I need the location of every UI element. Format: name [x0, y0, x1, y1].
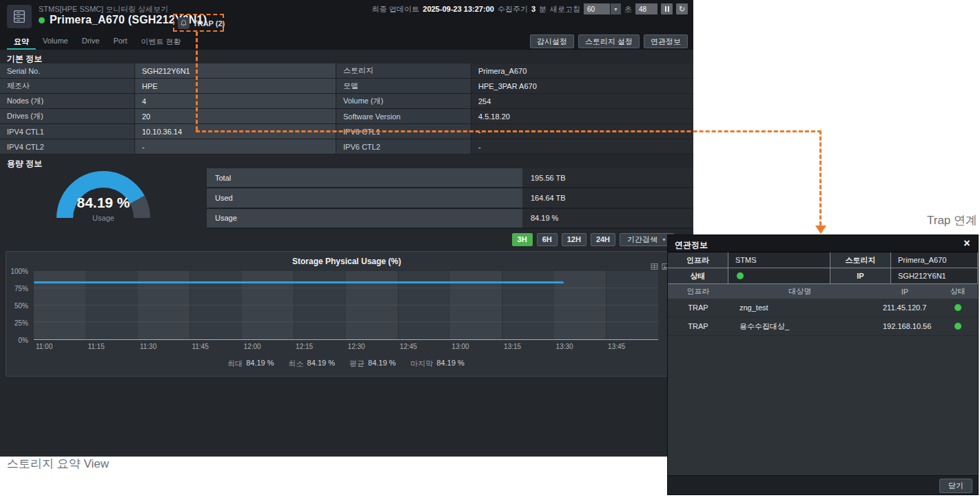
- row-infra: TRAP: [668, 299, 728, 317]
- last-update-value: 2025-09-23 13:27:00: [423, 5, 494, 13]
- table-view-icon[interactable]: [651, 263, 658, 270]
- row-status: [938, 317, 978, 335]
- refresh-interval-select[interactable]: 60 ▼: [584, 3, 621, 14]
- storage-app-icon: [7, 5, 32, 28]
- close-icon[interactable]: ×: [960, 237, 974, 250]
- refresh-interval-value[interactable]: 60: [584, 3, 610, 14]
- popup-infra-value: STMS: [728, 252, 830, 268]
- stat-last: 마지막84.19 %: [410, 359, 464, 369]
- row-target: 용수수집대상_: [728, 317, 872, 335]
- monitor-settings-button[interactable]: 감시설정: [530, 34, 574, 48]
- trap-highlight-rect: [173, 14, 224, 32]
- basic-info-label: Drives (개): [0, 109, 135, 124]
- col-header-infra: 인프라: [668, 284, 728, 299]
- storage-detail-window: STMS[HPE SSMC] 모니터링 상세보기 Primera_A670 (S…: [0, 0, 693, 457]
- refresh-button[interactable]: ↻: [676, 3, 688, 14]
- basic-info-label: Software Version: [336, 109, 471, 124]
- stat-min: 최소84.19 %: [289, 359, 335, 369]
- basic-info-label: Serial No.: [0, 63, 135, 79]
- popup-ip-value: SGH212Y6N1: [891, 268, 978, 284]
- x-tick-label: 13:45: [608, 343, 625, 350]
- relation-info-button[interactable]: 연관정보: [644, 34, 688, 48]
- basic-info-label: 스토리지: [336, 63, 471, 79]
- refresh-label: 새로고침: [550, 4, 580, 14]
- x-tick-label: 12:00: [244, 343, 261, 350]
- tab-volume[interactable]: Volume: [36, 33, 75, 50]
- cycle-unit: 분: [539, 4, 547, 14]
- x-tick-label: 12:15: [296, 343, 313, 350]
- basic-info-value: -: [471, 139, 693, 154]
- table-row[interactable]: TRAP 용수수집대상_ 192.168.10.56: [668, 317, 978, 336]
- chevron-down-icon[interactable]: ▼: [611, 3, 621, 14]
- basic-info-label: IPV4 CTL2: [0, 139, 135, 154]
- capacity-label: Used: [207, 188, 522, 208]
- status-dot: [955, 304, 961, 311]
- basic-info-value: HPE_3PAR A670: [471, 79, 693, 94]
- x-tick-label: 13:00: [452, 343, 469, 350]
- row-infra: TRAP: [668, 317, 728, 335]
- tab-port[interactable]: Port: [106, 33, 134, 50]
- gridline: [34, 305, 658, 306]
- capacity-label: Total: [207, 168, 522, 188]
- time-range-buttons: 3H 6H 12H 24H 기간검색 ▼: [512, 233, 674, 246]
- storage-settings-button[interactable]: 스토리지 설정: [578, 34, 640, 48]
- gridline: [34, 321, 658, 322]
- connector-arrow-icon: [815, 226, 826, 234]
- table-row[interactable]: TRAP zng_test 211.45.120.7: [668, 299, 978, 317]
- x-tick-label: 11:30: [140, 343, 156, 350]
- relation-info-popup: 연관정보 × 인프라 STMS 스토리지 Primera_A670 상태 IP …: [667, 234, 979, 495]
- refresh-controls: 최종 업데이트 2025-09-23 13:27:00 수집주기 3 분 새로고…: [371, 3, 688, 14]
- popup-table-header: 인프라 대상명 IP 상태: [668, 284, 978, 299]
- capacity-value: 164.64 TB: [522, 188, 693, 208]
- range-button-3h[interactable]: 3H: [512, 233, 533, 246]
- storage-summary-caption: 스토리지 요약 View: [7, 456, 109, 472]
- basic-info-section-title: 기본 정보: [0, 50, 693, 63]
- chart-plot-area: [34, 271, 658, 340]
- capacity-table: Total 195.56 TB Used 164.64 TB Usage 84.…: [207, 168, 693, 229]
- gauge-value: 84.19 %: [0, 194, 207, 211]
- basic-info-label: 모델: [336, 79, 471, 94]
- row-target: zng_test: [728, 299, 872, 317]
- popup-title: 연관정보: [675, 239, 708, 251]
- device-status-dot: [39, 17, 45, 23]
- connector-line: [196, 130, 821, 132]
- range-button-24h[interactable]: 24H: [591, 233, 615, 246]
- window-header: STMS[HPE SSMC] 모니터링 상세보기 Primera_A670 (S…: [0, 0, 693, 33]
- seconds-countdown: 48: [635, 3, 657, 14]
- stat-max: 최대84.19 %: [227, 359, 274, 369]
- tab-actions: 감시설정 스토리지 설정 연관정보: [530, 34, 688, 48]
- basic-info-table: Serial No. SGH212Y6N1 스토리지 Primera_A670 …: [0, 63, 693, 154]
- basic-info-label: 제조사: [0, 79, 135, 94]
- chart-band: [606, 271, 658, 339]
- x-tick-label: 11:15: [88, 343, 104, 350]
- y-tick-label: 0%: [19, 337, 28, 344]
- tab-summary[interactable]: 요약: [7, 33, 36, 50]
- basic-info-label: IPV6 CTL2: [336, 139, 471, 154]
- gridline: [34, 288, 658, 288]
- close-button[interactable]: 닫기: [939, 479, 972, 493]
- basic-info-value: SGH212Y6N1: [135, 63, 336, 79]
- basic-info-value: 254: [471, 94, 693, 109]
- row-ip: 192.168.10.56: [872, 317, 938, 335]
- tab-event-status[interactable]: 이벤트 현황: [134, 33, 188, 50]
- basic-info-value: -: [135, 139, 336, 154]
- popup-ip-label: IP: [830, 268, 891, 284]
- connector-line: [196, 32, 198, 130]
- popup-storage-value: Primera_A670: [891, 252, 978, 268]
- popup-titlebar: 연관정보 ×: [668, 235, 978, 252]
- range-button-12h[interactable]: 12H: [562, 233, 586, 246]
- gauge-label: Usage: [0, 214, 207, 222]
- status-dot: [955, 323, 961, 330]
- capacity-section-title: 용량 정보: [0, 154, 693, 168]
- popup-footer: 닫기: [668, 475, 978, 494]
- pause-button[interactable]: [661, 3, 673, 14]
- basic-info-value: 4.5.18.20: [471, 109, 693, 124]
- tab-drive[interactable]: Drive: [75, 33, 107, 50]
- basic-info-value: HPE: [135, 79, 336, 94]
- period-search-label: 기간검색: [627, 235, 657, 244]
- stat-avg: 평균84.19 %: [349, 359, 396, 369]
- period-search-button[interactable]: 기간검색 ▼: [620, 233, 674, 246]
- popup-table-body: TRAP zng_test 211.45.120.7 TRAP 용수수집대상_ …: [668, 299, 978, 336]
- range-button-6h[interactable]: 6H: [537, 233, 558, 246]
- capacity-value: 195.56 TB: [522, 168, 693, 188]
